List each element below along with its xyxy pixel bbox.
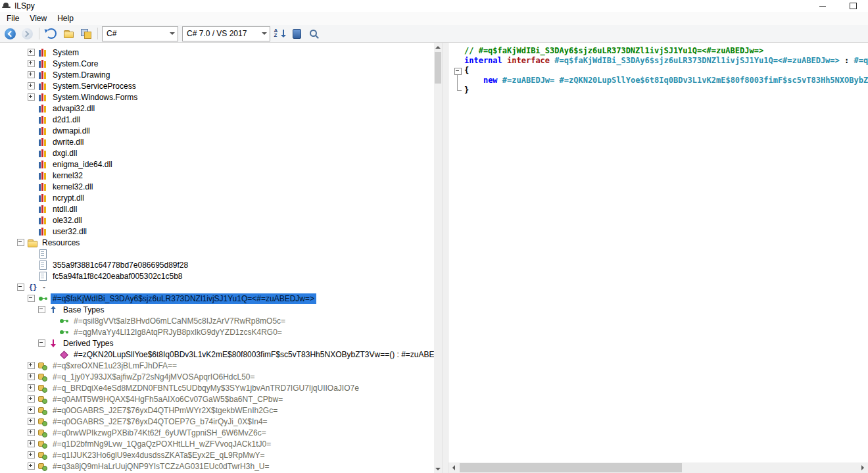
tree-item[interactable]: #=q0OGABRS_J2E7$76yxD4QTOEP7G_b74irQyJi_… xyxy=(0,416,434,427)
tree-item[interactable]: #=qsil8gVVt$alzBHvdO6mLCaNM5c8IJzArV7RwR… xyxy=(0,315,434,326)
back-button[interactable] xyxy=(2,26,18,41)
code-scrollbar-thumb[interactable] xyxy=(460,463,682,472)
tree-item[interactable]: #=q0OGABRS_J2E7$76yxD4QTHPmWYr2X$tgekbWE… xyxy=(0,405,434,416)
tree-item[interactable]: {}- xyxy=(0,282,434,293)
expand-toggle[interactable] xyxy=(28,60,38,67)
collapse-toggle[interactable] xyxy=(38,339,49,347)
language-select[interactable]: C# xyxy=(102,26,178,41)
tree-item[interactable]: System.Core xyxy=(0,58,434,69)
code-line: // #=q$faKjWdIBi_S3DAy6$sjz6uLR373DNZl1i… xyxy=(452,46,868,56)
tree-item-label: fc5a94fa1f8c420eabaf005302c1c5b8 xyxy=(51,271,185,282)
tree-item[interactable]: Base Types xyxy=(0,304,434,315)
tree-item[interactable]: dxgi.dll xyxy=(0,147,434,159)
tree-vertical-scrollbar[interactable] xyxy=(434,43,442,473)
tree-item-label: #=qgMvaYy4Ll12Ig8AtqPRJyB8pxIkG9dyYZD1zc… xyxy=(72,327,284,337)
tree-item[interactable]: System.ServiceProcess xyxy=(0,80,434,91)
expand-toggle[interactable] xyxy=(28,82,38,89)
tree-item[interactable]: kernel32.dll xyxy=(0,181,434,192)
main-area: SystemSystem.CoreSystem.DrawingSystem.Se… xyxy=(0,43,868,473)
tree-item[interactable]: kernel32 xyxy=(0,170,434,181)
tree-item[interactable]: dwmapi.dll xyxy=(0,125,434,136)
open-file-button[interactable] xyxy=(60,26,76,41)
tree-item[interactable]: 355a9f3881c64778bd7e086695d89f28 xyxy=(0,259,434,270)
scroll-right-button[interactable] xyxy=(857,462,868,473)
tree-item[interactable]: #=q1D2bfmNg9Lvw_1QgaQzPOXHtLLH_wZFVvoqJA… xyxy=(0,438,434,449)
tree-item[interactable] xyxy=(0,248,434,259)
collapse-toggle[interactable] xyxy=(17,239,28,246)
tree-item[interactable]: dwrite.dll xyxy=(0,136,434,147)
tree-item[interactable]: fc5a94fa1f8c420eabaf005302c1c5b8 xyxy=(0,270,434,282)
tree-item[interactable]: System xyxy=(0,47,434,58)
tree-item[interactable]: enigma_ide64.dll xyxy=(0,159,434,170)
code-horizontal-scrollbar[interactable] xyxy=(448,462,868,473)
tree-item[interactable]: user32.dll xyxy=(0,226,434,237)
expand-toggle[interactable] xyxy=(28,395,38,403)
open-from-gac-button[interactable] xyxy=(78,26,93,41)
tree-item-label: ncrypt.dll xyxy=(51,193,86,203)
collapse-toggle[interactable] xyxy=(17,284,28,291)
tree-item[interactable]: #=q1IJUK23Ho6glU9ex4dusdssZKATa$Eyx2E_qL… xyxy=(0,449,434,461)
code-lines[interactable]: // #=q$faKjWdIBi_S3DAy6$sjz6uLR373DNZl1i… xyxy=(448,43,868,462)
refresh-button[interactable] xyxy=(43,26,59,41)
tree-item[interactable]: d2d1.dll xyxy=(0,114,434,125)
tree-item[interactable]: #=q_BRDqiXe4eSd8MZDN0FBNTLc5UDbqyMy$3SYw… xyxy=(0,382,434,393)
search-button[interactable] xyxy=(306,26,322,41)
expand-toggle[interactable] xyxy=(28,362,38,369)
code-scrollbar-track[interactable] xyxy=(459,462,857,473)
tree-item-label: System.Core xyxy=(51,59,100,69)
expand-toggle[interactable] xyxy=(28,462,38,470)
tree-item[interactable]: ole32.dll xyxy=(0,214,434,226)
maximize-button[interactable] xyxy=(838,0,868,12)
tree-item[interactable]: #=q3a8jQ9mHaLrUujQNP9YIsTCZzAG031EUc0dTw… xyxy=(0,461,434,472)
tree-item-label: ntdll.dll xyxy=(51,204,79,214)
tree-item[interactable]: #=q_1jy0YJ93JX$ajfiwZp72sNg4jMVOSApqrIO6… xyxy=(0,371,434,382)
toolbar-separator xyxy=(39,28,39,39)
collapse-toggle[interactable] xyxy=(28,295,38,302)
collapse-all-button[interactable] xyxy=(289,26,304,41)
tree-item[interactable]: #=zQKN20LupSllYoe$6t8Iq0BDv3L1vK2mE$80f8… xyxy=(0,349,434,360)
expand-toggle[interactable] xyxy=(28,418,38,425)
menu-help[interactable]: Help xyxy=(52,12,79,25)
library-icon xyxy=(38,227,48,236)
library-icon xyxy=(38,160,48,169)
tree-item[interactable]: #=q0rwWPIkzwgPXBib74Kt62f_6yUWTgpniSH_6W… xyxy=(0,427,434,438)
collapse-toggle[interactable] xyxy=(38,306,49,313)
tree-item[interactable]: System.Windows.Forms xyxy=(0,91,434,103)
scroll-left-button[interactable] xyxy=(448,462,459,473)
tree-item[interactable]: #=qgMvaYy4Ll12Ig8AtqPRJyB8pxIkG9dyYZD1zc… xyxy=(0,326,434,337)
tree-item[interactable]: #=q$xreOXNE1u23jBLmFJhDFA== xyxy=(0,360,434,371)
forward-button[interactable] xyxy=(19,26,35,41)
tree-item[interactable]: #=q$faKjWdIBi_S3DAy6$sjz6uLR373DNZl1ivjS… xyxy=(0,293,434,304)
minimize-button[interactable] xyxy=(808,0,838,12)
panel-splitter[interactable] xyxy=(442,43,448,473)
expand-toggle[interactable] xyxy=(28,373,38,380)
menu-view[interactable]: View xyxy=(24,12,52,25)
menu-file[interactable]: File xyxy=(1,12,24,25)
expand-toggle[interactable] xyxy=(28,93,38,101)
chevron-down-icon xyxy=(167,27,178,41)
expand-toggle[interactable] xyxy=(28,440,38,447)
tree-item[interactable]: System.Drawing xyxy=(0,69,434,80)
basetypes-icon xyxy=(49,305,59,314)
tree-item[interactable]: Derived Types xyxy=(0,337,434,349)
tree-item[interactable]: #=q0AMT5W9HQAX$4HgFh5aAIXo6Cv07GaW5$ba6N… xyxy=(0,393,434,405)
expand-toggle[interactable] xyxy=(28,429,38,436)
fold-toggle[interactable] xyxy=(452,66,464,76)
expand-toggle[interactable] xyxy=(28,71,38,78)
scroll-down-button[interactable] xyxy=(434,464,442,473)
tree-item-label: #=q$faKjWdIBi_S3DAy6$sjz6uLR373DNZl1ivjS… xyxy=(51,293,316,304)
expand-toggle[interactable] xyxy=(28,49,38,56)
expand-toggle[interactable] xyxy=(28,384,38,391)
scroll-up-button[interactable] xyxy=(434,43,442,51)
maximize-icon xyxy=(850,3,857,9)
language-version-select[interactable]: C# 7.0 / VS 2017 xyxy=(182,26,270,41)
tree-item[interactable]: advapi32.dll xyxy=(0,103,434,114)
tree-item[interactable]: Resources xyxy=(0,237,434,248)
tree-item[interactable]: ntdll.dll xyxy=(0,203,434,214)
sort-assemblies-button[interactable]: AZ xyxy=(272,26,287,41)
code-text: // #=q$faKjWdIBi_S3DAy6$sjz6uLR373DNZl1i… xyxy=(464,46,763,56)
tree-item[interactable]: ncrypt.dll xyxy=(0,192,434,203)
expand-toggle[interactable] xyxy=(28,407,38,414)
expand-toggle[interactable] xyxy=(28,451,38,459)
tree-scrollbar-thumb[interactable] xyxy=(435,52,441,84)
